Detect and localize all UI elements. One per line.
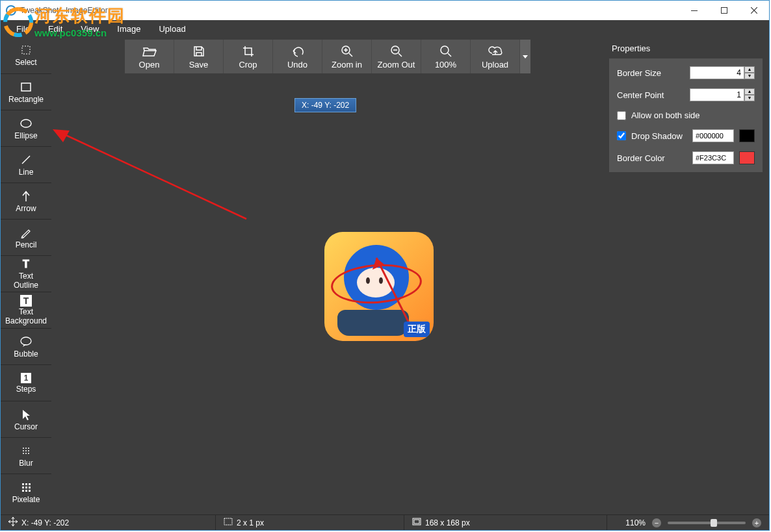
tool-label: Text Outline <box>14 272 38 289</box>
zoomin-button[interactable]: Zoom in <box>322 40 372 73</box>
svg-rect-20 <box>25 487 27 488</box>
blur-icon <box>20 444 33 457</box>
svg-point-14 <box>25 453 27 454</box>
tool-line[interactable]: Line <box>1 146 51 183</box>
properties-title: Properties <box>604 37 763 58</box>
tool-arrow[interactable]: Arrow <box>1 183 51 219</box>
open-button[interactable]: Open <box>125 40 174 73</box>
svg-rect-2 <box>22 46 30 54</box>
tool-pencil[interactable]: Pencil <box>1 219 51 255</box>
bubble-icon <box>20 335 33 348</box>
canvas-area[interactable]: Open Save Crop Undo Zoom in Zoom Out 100… <box>51 37 604 514</box>
center-point-field[interactable] <box>690 88 744 101</box>
zoom-slider-thumb[interactable] <box>711 519 717 527</box>
properties-box: Border Size ▲▼ Center Point ▲▼ Allow on <box>609 58 763 172</box>
spin-down[interactable]: ▼ <box>744 73 755 79</box>
action-toolbar: Open Save Crop Undo Zoom in Zoom Out 100… <box>125 40 530 73</box>
spin-up[interactable]: ▲ <box>744 66 755 73</box>
svg-point-12 <box>28 450 29 451</box>
zoom100-button[interactable]: 100% <box>421 40 471 73</box>
border-size-input[interactable]: ▲▼ <box>690 66 755 79</box>
zoom-in-icon <box>340 44 354 58</box>
zoom-in-btn[interactable]: + <box>752 518 761 527</box>
annotation-arrow[interactable] <box>363 251 422 329</box>
spin-down[interactable]: ▼ <box>744 95 755 101</box>
window-title: TweakShot - ImageEditor <box>20 6 679 15</box>
image-size-icon <box>412 518 421 527</box>
allow-both-checkbox[interactable] <box>617 111 626 120</box>
tool-label: Arrow <box>16 204 36 213</box>
tool-label: Blur <box>19 459 33 468</box>
btn-label: Upload <box>482 60 508 70</box>
svg-point-11 <box>25 450 27 451</box>
drop-shadow-swatch[interactable] <box>739 129 755 142</box>
status-selection: 2 x 1 px <box>237 518 264 527</box>
border-size-field[interactable] <box>690 66 744 79</box>
menu-file[interactable]: File <box>8 22 38 36</box>
border-color-input[interactable] <box>692 151 734 164</box>
svg-rect-23 <box>25 490 27 492</box>
line-icon <box>20 153 33 166</box>
loaded-image[interactable]: 正版 <box>324 232 434 341</box>
image-badge: 正版 <box>404 322 430 337</box>
save-icon <box>192 44 206 58</box>
close-button[interactable] <box>739 1 769 20</box>
tool-steps[interactable]: 1 Steps <box>1 364 51 401</box>
zoom-slider[interactable] <box>668 522 746 524</box>
titlebar: TweakShot - ImageEditor <box>1 1 769 20</box>
move-icon <box>8 517 18 528</box>
crop-button[interactable]: Crop <box>224 40 273 73</box>
zoom-out-btn[interactable]: − <box>652 518 661 527</box>
menu-edit[interactable]: Edit <box>40 22 70 36</box>
menu-upload[interactable]: Upload <box>151 22 193 36</box>
tool-blur[interactable]: Blur <box>1 437 51 474</box>
tool-rectangle[interactable]: Rectangle <box>1 73 51 110</box>
svg-point-10 <box>23 450 24 451</box>
tool-text-background[interactable]: T Text Background <box>1 292 51 328</box>
save-button[interactable]: Save <box>174 40 224 73</box>
menubar: File Edit View Image Upload <box>1 20 769 37</box>
tool-bubble[interactable]: Bubble <box>1 328 51 364</box>
upload-button[interactable]: Upload <box>471 40 520 73</box>
center-point-input[interactable]: ▲▼ <box>690 88 755 101</box>
drop-shadow-checkbox[interactable] <box>617 131 626 140</box>
svg-rect-18 <box>29 483 31 485</box>
tools-panel: Select Rectangle Ellipse Line Arrow Penc… <box>1 37 51 514</box>
text-background-icon: T <box>20 295 32 307</box>
menu-view[interactable]: View <box>73 22 107 36</box>
drop-shadow-color-input[interactable] <box>692 129 734 142</box>
status-bar: X: -49 Y: -202 2 x 1 px 168 x 168 px 110… <box>1 514 769 530</box>
tool-pixelate[interactable]: Pixelate <box>1 474 51 510</box>
btn-label: Undo <box>287 60 307 70</box>
steps-icon: 1 <box>21 373 31 383</box>
minimize-button[interactable] <box>679 1 709 20</box>
tool-ellipse[interactable]: Ellipse <box>1 110 51 146</box>
arrow-up-icon <box>20 190 33 203</box>
maximize-button[interactable] <box>709 1 739 20</box>
status-coords: X: -49 Y: -202 <box>21 518 69 527</box>
upload-dropdown[interactable] <box>520 40 530 73</box>
zoomout-button[interactable]: Zoom Out <box>372 40 421 73</box>
tool-text-outline[interactable]: T Text Outline <box>1 255 51 292</box>
svg-rect-0 <box>691 10 698 11</box>
text-outline-icon: T <box>20 258 33 271</box>
properties-panel: Properties Border Size ▲▼ Center Point ▲… <box>604 37 769 514</box>
tool-cursor[interactable]: Cursor <box>1 401 51 437</box>
zoom-out-icon <box>389 44 404 58</box>
svg-line-28 <box>64 134 246 219</box>
svg-rect-21 <box>29 487 31 488</box>
menu-image[interactable]: Image <box>109 22 148 36</box>
svg-point-27 <box>441 46 449 54</box>
border-color-swatch[interactable] <box>739 151 755 164</box>
border-color-label: Border Color <box>617 153 687 163</box>
tool-select[interactable]: Select <box>1 37 51 73</box>
pencil-icon <box>20 226 33 239</box>
svg-rect-16 <box>22 483 24 485</box>
undo-button[interactable]: Undo <box>273 40 322 73</box>
svg-point-6 <box>21 337 31 345</box>
svg-rect-1 <box>722 8 727 14</box>
select-icon <box>20 44 33 57</box>
upload-icon <box>488 44 503 58</box>
status-zoom: 110% <box>625 518 646 527</box>
spin-up[interactable]: ▲ <box>744 88 755 95</box>
